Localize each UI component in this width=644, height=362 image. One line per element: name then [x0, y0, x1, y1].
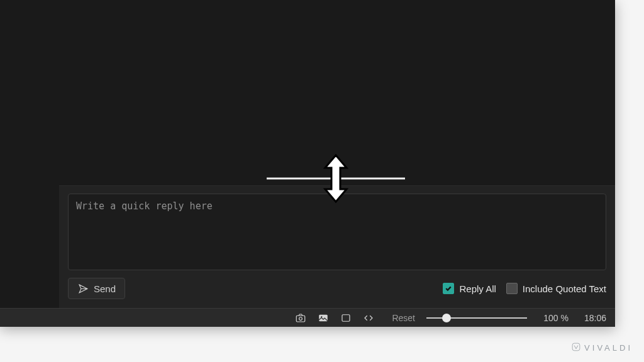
svg-point-1 [299, 317, 303, 320]
sidebar-gutter [0, 0, 59, 308]
zoom-percent-label: 100 % [538, 313, 569, 323]
image-icon[interactable] [318, 312, 329, 324]
vivaldi-brand: VIVALDI [572, 343, 633, 353]
svg-point-3 [321, 315, 323, 317]
quick-reply-input[interactable] [68, 194, 606, 270]
vivaldi-logo-icon [572, 343, 580, 353]
vivaldi-brand-label: VIVALDI [584, 343, 633, 353]
zoom-slider-track [426, 317, 527, 319]
reply-all-label: Reply All [459, 283, 496, 294]
quick-reply-panel: Send Reply All Include Quoted Text [59, 185, 615, 308]
dev-tools-icon[interactable] [363, 312, 374, 324]
send-icon [77, 283, 89, 294]
status-bar-icons: Reset 100 % 18:06 [295, 312, 606, 324]
zoom-slider-thumb[interactable] [442, 314, 451, 322]
app-window: Send Reply All Include Quoted Text [0, 0, 615, 327]
status-bar: Reset 100 % 18:06 [0, 308, 615, 327]
zoom-slider[interactable] [426, 314, 527, 322]
send-button[interactable]: Send [68, 278, 125, 299]
mail-body: Send Reply All Include Quoted Text [0, 0, 615, 308]
quick-reply-actions: Send Reply All Include Quoted Text [68, 278, 606, 299]
checkbox-box [443, 283, 454, 294]
screenshot-icon[interactable] [295, 312, 306, 324]
svg-rect-2 [319, 314, 328, 321]
clock[interactable]: 18:06 [580, 313, 606, 323]
reply-all-checkbox[interactable]: Reply All [443, 283, 496, 294]
svg-rect-4 [342, 314, 350, 321]
checkbox-box [506, 283, 518, 294]
svg-rect-0 [297, 315, 306, 322]
include-quoted-checkbox[interactable]: Include Quoted Text [506, 283, 606, 294]
message-area: Send Reply All Include Quoted Text [59, 0, 615, 308]
panel-toggle-icon[interactable] [340, 312, 352, 324]
message-view [59, 0, 615, 185]
zoom-reset-button[interactable]: Reset [392, 313, 415, 323]
svg-rect-5 [572, 343, 580, 351]
include-quoted-label: Include Quoted Text [523, 283, 606, 294]
send-button-label: Send [94, 283, 116, 294]
